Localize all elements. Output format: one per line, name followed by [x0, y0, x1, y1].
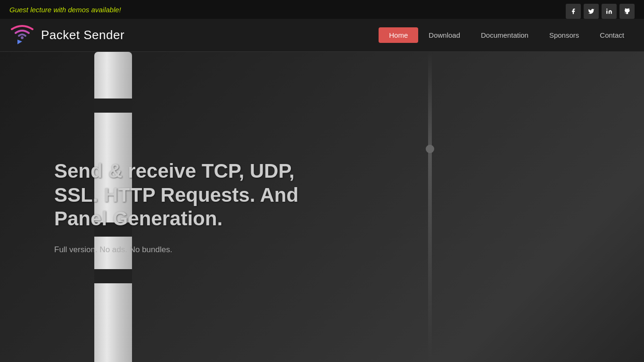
navbar: Packet Sender Home Download Documentatio… [0, 19, 644, 52]
rocket-band-1 [94, 99, 132, 113]
github-icon[interactable] [619, 4, 635, 19]
nav-links: Home Download Documentation Sponsors Con… [379, 27, 635, 43]
brand-logo [9, 25, 35, 46]
svg-point-1 [21, 36, 24, 39]
background-tower [428, 52, 432, 362]
announcement-bar: Guest lecture with demos available! [0, 0, 644, 19]
svg-marker-2 [17, 40, 22, 44]
nav-contact[interactable]: Contact [589, 27, 635, 43]
announcement-text: Guest lecture with demos available! [9, 6, 121, 14]
hero-title: Send & receive TCP, UDP, SSL. HTTP Reque… [54, 159, 330, 230]
brand-logo-link[interactable]: Packet Sender [9, 25, 379, 46]
hero-subtitle: Full version. No ads. No bundles. [54, 245, 330, 255]
nav-documentation[interactable]: Documentation [471, 27, 539, 43]
linkedin-icon[interactable] [602, 4, 617, 19]
hero-content: Send & receive TCP, UDP, SSL. HTTP Reque… [0, 159, 330, 254]
twitter-icon[interactable] [584, 4, 599, 19]
hero-section: Send & receive TCP, UDP, SSL. HTTP Reque… [0, 52, 644, 362]
nav-download[interactable]: Download [418, 27, 471, 43]
social-icons [566, 4, 635, 19]
rocket-band-3 [94, 269, 132, 283]
svg-point-0 [606, 8, 607, 9]
nav-home[interactable]: Home [379, 27, 418, 43]
brand-name: Packet Sender [41, 28, 124, 42]
facebook-icon[interactable] [566, 4, 581, 19]
nav-sponsors[interactable]: Sponsors [539, 27, 589, 43]
